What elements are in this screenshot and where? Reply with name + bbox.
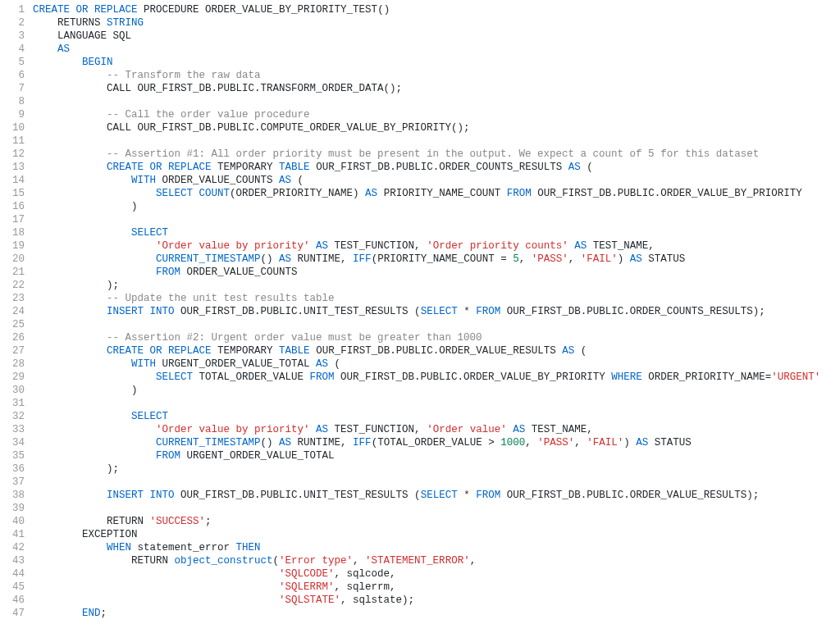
- code-token-id: [144, 490, 150, 501]
- code-line[interactable]: 'SQLERRM', sqlerrm,: [33, 581, 840, 594]
- code-token-str: 'Error type': [279, 555, 353, 567]
- code-token-id: , sqlerrm,: [335, 581, 396, 593]
- code-token-id: TEST_FUNCTION,: [328, 424, 427, 435]
- code-token-str: 'SQLERRM': [279, 581, 335, 593]
- code-token-num: 5: [513, 253, 519, 265]
- code-line[interactable]: 'Order value by priority' AS TEST_FUNCTI…: [33, 423, 840, 436]
- code-token-id: OUR_FIRST_DB.PUBLIC.ORDER_VALUE_RESULTS: [310, 345, 563, 357]
- code-token-kw: REPLACE: [94, 4, 138, 16]
- code-line[interactable]: END;: [33, 607, 840, 620]
- code-token-kw: INSERT: [107, 306, 144, 317]
- code-line[interactable]: CREATE OR REPLACE TEMPORARY TABLE OUR_FI…: [33, 161, 840, 174]
- line-number: 35: [0, 449, 25, 462]
- code-token-id: [33, 490, 107, 501]
- line-number: 42: [0, 541, 25, 554]
- code-line[interactable]: 'SQLSTATE', sqlstate);: [33, 594, 840, 607]
- line-number: 39: [0, 502, 25, 515]
- code-token-id: [33, 253, 156, 265]
- code-token-id: ,: [525, 437, 537, 449]
- code-line[interactable]: CURRENT_TIMESTAMP() AS RUNTIME, IFF(TOTA…: [33, 436, 840, 449]
- code-line[interactable]: 'Order value by priority' AS TEST_FUNCTI…: [33, 239, 840, 253]
- line-number: 29: [0, 371, 25, 384]
- line-number: 17: [0, 213, 25, 226]
- code-line[interactable]: [33, 95, 840, 108]
- code-token-kw: SELECT: [421, 306, 458, 317]
- code-token-id: *: [458, 490, 477, 501]
- code-token-id: [33, 332, 107, 344]
- code-line[interactable]: SELECT TOTAL_ORDER_VALUE FROM OUR_FIRST_…: [33, 371, 840, 384]
- code-token-id: statement_error: [131, 542, 236, 553]
- code-line[interactable]: RETURN 'SUCCESS';: [33, 515, 840, 528]
- code-line[interactable]: [33, 502, 840, 515]
- code-line[interactable]: SELECT: [33, 410, 840, 423]
- code-token-id: (TOTAL_ORDER_VALUE >: [372, 437, 501, 449]
- line-number: 10: [0, 121, 25, 134]
- code-token-id: LANGUAGE SQL: [33, 30, 131, 42]
- code-token-str: 'SQLCODE': [279, 568, 335, 580]
- line-number: 2: [0, 16, 25, 30]
- code-token-id: [33, 109, 107, 121]
- code-line[interactable]: WHEN statement_error THEN: [33, 541, 840, 554]
- code-token-kw: SELECT: [156, 188, 193, 199]
- code-line[interactable]: [33, 397, 840, 410]
- code-token-kw: FROM: [156, 266, 180, 278]
- code-line[interactable]: );: [33, 462, 840, 476]
- code-line[interactable]: 'SQLCODE', sqlcode,: [33, 567, 840, 581]
- code-line[interactable]: CREATE OR REPLACE TEMPORARY TABLE OUR_FI…: [33, 344, 840, 358]
- code-line[interactable]: ): [33, 384, 840, 397]
- code-line[interactable]: -- Transform the raw data: [33, 69, 840, 82]
- code-line[interactable]: [33, 318, 840, 331]
- code-line[interactable]: INSERT INTO OUR_FIRST_DB.PUBLIC.UNIT_TES…: [33, 489, 840, 502]
- code-line[interactable]: CREATE OR REPLACE PROCEDURE ORDER_VALUE_…: [33, 3, 840, 16]
- code-token-fn: CURRENT_TIMESTAMP: [156, 437, 261, 449]
- code-token-id: OUR_FIRST_DB.PUBLIC.UNIT_TEST_RESULTS (: [175, 306, 421, 317]
- code-line[interactable]: -- Assertion #2: Urgent order value must…: [33, 331, 840, 344]
- code-token-id: RETURN: [33, 555, 175, 567]
- code-line[interactable]: WITH URGENT_ORDER_VALUE_TOTAL AS (: [33, 358, 840, 371]
- code-line[interactable]: FROM ORDER_VALUE_COUNTS: [33, 266, 840, 279]
- code-line[interactable]: RETURNS STRING: [33, 16, 840, 30]
- code-line[interactable]: WITH ORDER_VALUE_COUNTS AS (: [33, 174, 840, 187]
- code-line[interactable]: -- Call the order value procedure: [33, 108, 840, 121]
- code-token-str: 'FAIL': [587, 437, 623, 449]
- code-line[interactable]: RETURN object_construct('Error type', 'S…: [33, 554, 840, 567]
- code-line[interactable]: FROM URGENT_ORDER_VALUE_TOTAL: [33, 449, 840, 462]
- code-line[interactable]: CURRENT_TIMESTAMP() AS RUNTIME, IFF(PRIO…: [33, 253, 840, 266]
- code-line[interactable]: BEGIN: [33, 56, 840, 69]
- code-line[interactable]: SELECT: [33, 226, 840, 239]
- code-token-id: [33, 43, 57, 55]
- code-line[interactable]: EXCEPTION: [33, 528, 840, 541]
- code-token-id: [33, 293, 107, 304]
- code-line[interactable]: CALL OUR_FIRST_DB.PUBLIC.COMPUTE_ORDER_V…: [33, 121, 840, 134]
- line-number: 47: [0, 607, 25, 620]
- code-line[interactable]: CALL OUR_FIRST_DB.PUBLIC.TRANSFORM_ORDER…: [33, 82, 840, 95]
- code-line[interactable]: SELECT COUNT(ORDER_PRIORITY_NAME) AS PRI…: [33, 187, 840, 200]
- code-token-kw: AS: [630, 253, 642, 265]
- code-token-id: ,: [568, 253, 581, 265]
- code-line[interactable]: -- Assertion #1: All order priority must…: [33, 148, 840, 161]
- code-line[interactable]: [33, 134, 840, 148]
- code-line[interactable]: ): [33, 200, 840, 213]
- code-token-id: (: [328, 358, 340, 370]
- code-token-kw: CREATE: [33, 4, 70, 16]
- code-token-kw: BEGIN: [82, 57, 113, 68]
- code-editor-content[interactable]: CREATE OR REPLACE PROCEDURE ORDER_VALUE_…: [33, 0, 840, 620]
- code-token-id: [193, 188, 199, 199]
- line-number: 33: [0, 423, 25, 436]
- code-token-kw: CREATE: [107, 162, 144, 173]
- code-line[interactable]: AS: [33, 43, 840, 56]
- code-token-id: OUR_FIRST_DB.PUBLIC.ORDER_VALUE_BY_PRIOR…: [532, 188, 802, 199]
- code-line[interactable]: [33, 476, 840, 489]
- code-token-str: 'STATEMENT_ERROR': [365, 555, 470, 567]
- code-token-id: [33, 162, 107, 173]
- code-token-str: 'Order value by priority': [156, 240, 310, 252]
- code-line[interactable]: LANGUAGE SQL: [33, 30, 840, 43]
- code-token-id: [33, 594, 279, 606]
- code-line[interactable]: );: [33, 279, 840, 292]
- line-number: 27: [0, 344, 25, 358]
- code-line[interactable]: INSERT INTO OUR_FIRST_DB.PUBLIC.UNIT_TES…: [33, 305, 840, 318]
- code-token-id: ,: [519, 253, 532, 265]
- code-line[interactable]: [33, 213, 840, 226]
- code-token-kw: REPLACE: [168, 345, 212, 357]
- code-line[interactable]: -- Update the unit test results table: [33, 292, 840, 305]
